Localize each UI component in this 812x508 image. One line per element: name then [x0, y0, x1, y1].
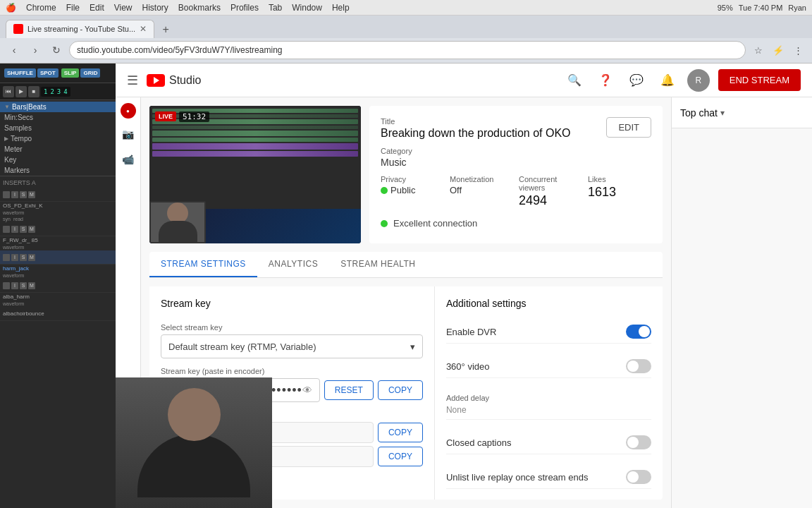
privacy-dot: [381, 187, 388, 194]
menu-profiles[interactable]: Profiles: [230, 3, 259, 13]
notifications-icon-btn[interactable]: 🔔: [656, 69, 679, 92]
avatar-btn[interactable]: R: [687, 69, 710, 92]
url-bar[interactable]: studio.youtube.com/video/5yFV3rduW7Y/liv…: [69, 41, 746, 59]
track-4[interactable]: I S M: [0, 279, 116, 293]
track-4-s[interactable]: S: [20, 282, 27, 289]
video-icon-btn[interactable]: 📹: [118, 150, 138, 169]
eye-icon[interactable]: 👁: [302, 385, 312, 396]
captions-toggle[interactable]: [626, 435, 651, 449]
captions-label: Closed captions: [446, 437, 512, 448]
track-4-i[interactable]: I: [11, 282, 18, 289]
menu-chrome[interactable]: Chrome: [26, 3, 56, 13]
track-2-i[interactable]: I: [11, 226, 18, 233]
unlist-toggle[interactable]: [626, 470, 651, 484]
track-3[interactable]: I S M: [0, 250, 116, 265]
copy-url2-button[interactable]: COPY: [378, 447, 423, 466]
search-icon-btn[interactable]: 🔍: [563, 69, 586, 92]
active-tab[interactable]: Live streaming - YouTube Stu... ✕: [6, 20, 154, 38]
info-grid: Privacy Public Monetization Off: [381, 175, 651, 208]
track-4-m[interactable]: M: [28, 282, 35, 289]
back-button[interactable]: ‹: [6, 42, 23, 59]
track-1-m[interactable]: M: [28, 191, 35, 198]
track-2-rec[interactable]: [3, 226, 10, 233]
reload-button[interactable]: ↻: [48, 42, 65, 59]
tree-item-key[interactable]: Key: [0, 155, 116, 165]
tab-stream-health[interactable]: STREAM HEALTH: [329, 252, 426, 277]
track-3-i[interactable]: I: [11, 254, 18, 261]
reset-button[interactable]: RESET: [324, 380, 374, 400]
spot-btn[interactable]: SPOT: [37, 68, 59, 78]
forward-button[interactable]: ›: [27, 42, 44, 59]
counter-1: 1: [44, 88, 47, 95]
tab-close-button[interactable]: ✕: [140, 24, 147, 34]
track-3-m[interactable]: M: [28, 254, 35, 261]
tree-label: Meter: [4, 145, 23, 153]
play-btn[interactable]: ▶: [16, 86, 27, 97]
youtube-play-icon: [154, 77, 159, 84]
extensions-button[interactable]: ⚡: [770, 42, 787, 59]
tree-item-markers[interactable]: Markers: [0, 165, 116, 176]
apple-menu[interactable]: 🍎: [6, 3, 16, 13]
setting-enable-dvr: Enable DVR: [446, 320, 651, 344]
stream-key-select[interactable]: Default stream key (RTMP, Variable) ▾: [161, 334, 423, 358]
track-5-name: albachoirbounce: [3, 310, 44, 317]
chat-chevron-icon[interactable]: ▾: [720, 108, 725, 118]
menu-file[interactable]: File: [66, 3, 80, 13]
tab-stream-settings[interactable]: STREAM SETTINGS: [149, 252, 257, 277]
feedback-icon-btn[interactable]: 💬: [625, 69, 648, 92]
help-icon-btn[interactable]: ❓: [594, 69, 617, 92]
copy-url1-button[interactable]: COPY: [378, 423, 423, 442]
stream-preview: LIVE 51:32: [149, 106, 361, 243]
tree-item-samples[interactable]: Samples: [0, 123, 116, 133]
tab-analytics[interactable]: ANALYTICS: [257, 252, 329, 277]
hamburger-menu[interactable]: ☰: [127, 73, 138, 88]
track-2-sub: waveform: [0, 244, 116, 250]
track-5[interactable]: albachoirbounce: [0, 307, 116, 321]
more-button[interactable]: ⋮: [789, 42, 806, 59]
user-name: Ryan: [788, 4, 806, 12]
camera-icon-btn[interactable]: 📷: [118, 124, 138, 144]
tree-item-barsbeets[interactable]: ▼ Bars|Beats: [0, 102, 116, 112]
dvr-toggle[interactable]: [626, 325, 651, 339]
waveform-8: [152, 151, 358, 157]
track-2[interactable]: I S M: [0, 222, 116, 236]
grid-btn[interactable]: GRID: [80, 68, 100, 78]
tree-item-tempo[interactable]: ▶ Tempo: [0, 133, 116, 144]
360-toggle[interactable]: [626, 359, 651, 373]
stream-info: Title Breaking down the production of OK…: [369, 106, 663, 243]
shuffle-btn[interactable]: SHUFFLE: [4, 68, 36, 78]
menu-edit[interactable]: Edit: [90, 3, 104, 13]
tree-item-meter[interactable]: Meter: [0, 144, 116, 155]
end-stream-button[interactable]: END STREAM: [718, 69, 801, 91]
slip-btn[interactable]: SLIP: [61, 68, 80, 78]
track-1-s[interactable]: S: [20, 191, 27, 198]
copy-key-button[interactable]: COPY: [378, 380, 423, 400]
menu-help[interactable]: Help: [332, 3, 350, 13]
track-3-rec[interactable]: [3, 254, 10, 261]
track-2-s[interactable]: S: [20, 226, 27, 233]
stream-key-select-group: Select stream key Default stream key (RT…: [161, 323, 423, 358]
track-3-s[interactable]: S: [20, 254, 27, 261]
edit-button[interactable]: EDIT: [606, 117, 651, 138]
tree-item-minsecs[interactable]: Min:Secs: [0, 112, 116, 123]
menu-history[interactable]: History: [142, 3, 168, 13]
mac-status-bar: 95% Tue 7:40 PM Ryan: [718, 4, 806, 12]
track-1-i[interactable]: I: [11, 191, 18, 198]
menu-view[interactable]: View: [114, 3, 133, 13]
category-value: Music: [381, 157, 651, 168]
track-2-m[interactable]: M: [28, 226, 35, 233]
rewind-btn[interactable]: ⏮: [3, 86, 14, 97]
menu-tab[interactable]: Tab: [269, 3, 282, 13]
menu-bookmarks[interactable]: Bookmarks: [178, 3, 221, 13]
new-tab-button[interactable]: +: [157, 21, 174, 38]
menu-window[interactable]: Window: [292, 3, 322, 13]
track-1[interactable]: I S M: [0, 188, 116, 202]
track-4-rec[interactable]: [3, 282, 10, 289]
tree-arrow: ▼: [4, 104, 10, 110]
dvr-label: Enable DVR: [446, 327, 497, 337]
privacy-value: Public: [390, 185, 415, 195]
daw-top-bar: SHUFFLE SPOT SLIP GRID: [0, 64, 116, 83]
track-1-rec[interactable]: [3, 191, 10, 198]
bookmark-button[interactable]: ☆: [750, 42, 767, 59]
stop-btn[interactable]: ■: [28, 86, 39, 97]
